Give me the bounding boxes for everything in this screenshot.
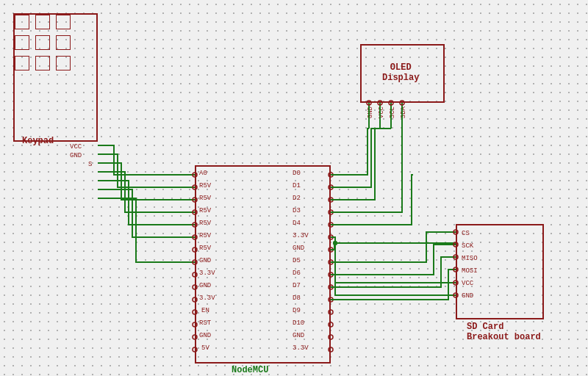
svg-point-13 [193, 335, 197, 339]
svg-point-9 [193, 285, 197, 289]
wiring-diagram [0, 0, 588, 376]
svg-point-26 [329, 310, 333, 314]
svg-point-6 [193, 247, 197, 252]
svg-point-27 [329, 322, 333, 327]
svg-point-29 [329, 347, 333, 352]
svg-point-10 [193, 297, 197, 302]
svg-point-14 [193, 347, 197, 352]
svg-point-28 [329, 335, 333, 339]
svg-point-12 [193, 322, 197, 327]
svg-point-11 [193, 310, 197, 314]
svg-point-8 [193, 272, 197, 277]
